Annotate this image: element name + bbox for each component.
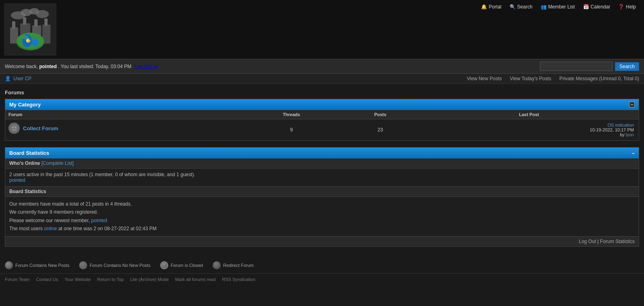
footer-links: Forum Team Contact Us Your Website Retur… (0, 273, 644, 285)
new-posts-icon (5, 261, 13, 269)
portal-link[interactable]: 🔔 Portal (481, 4, 501, 10)
footer-rss[interactable]: RSS Syndication (222, 277, 255, 282)
threads-cell: 9 (242, 119, 341, 141)
forum-name-link[interactable]: Collect Forum (23, 125, 58, 131)
new-posts-label: Forum Contains New Posts (15, 263, 69, 268)
online-word: online (44, 226, 57, 231)
stats-collapse-button[interactable]: – (632, 150, 635, 156)
category-title: My Category (9, 102, 41, 108)
board-stats-label: Board Statistics (5, 187, 639, 197)
search-nav-icon: 🔍 (510, 4, 516, 10)
category-box: My Category – Forum Threads Posts Last P… (5, 99, 639, 141)
forum-stats-link[interactable]: Forum Statistics (600, 239, 635, 244)
col-last-post: Last Post (419, 110, 639, 119)
stat-max-online: The most users online at one time was 2 … (9, 225, 635, 233)
legend-redirect: Redirect Forum (213, 261, 254, 269)
calendar-icon: 📅 (583, 4, 589, 10)
last-post-title-link[interactable]: OS indication (608, 123, 634, 127)
forum-table: Forum Threads Posts Last Post Collect Fo… (5, 110, 639, 140)
complete-list-link[interactable]: [Complete List] (42, 160, 74, 166)
top-navigation: 🔔 Portal 🔍 Search 👥 Member List 📅 Calend… (481, 4, 636, 10)
search-link[interactable]: 🔍 Search (510, 4, 533, 10)
legend-closed: Forum is Closed (160, 261, 203, 269)
site-logo (4, 3, 56, 56)
stat-newest: Please welcome our newest member, pointe… (9, 216, 635, 225)
footer-lite-mode[interactable]: Lite (Archive) Mode (130, 277, 169, 282)
svg-point-21 (12, 127, 14, 128)
svg-point-19 (29, 40, 30, 41)
legend: Forum Contains New Posts Forum Contains … (0, 257, 644, 273)
online-users-text: 2 users active in the past 15 minutes (1… (9, 172, 635, 177)
newest-member-link[interactable]: pointed (91, 218, 107, 223)
forum-status-icon (8, 123, 20, 134)
whos-online-bar: Who's Online [Complete List] (5, 158, 639, 169)
last-post-date: 10-19-2022, 10:17 PM (590, 127, 634, 132)
forums-section-title: Forums (5, 90, 639, 96)
online-users-area: 2 users active in the past 15 minutes (1… (5, 169, 639, 187)
view-todays-posts-link[interactable]: View Today's Posts (510, 76, 552, 81)
welcome-bar: Welcome back, pointed . You last visited… (0, 59, 644, 74)
private-messages-link[interactable]: Private Messages (Unread 0, Total 0) (559, 76, 639, 81)
svg-rect-9 (12, 21, 15, 29)
last-post-cell: OS indication 10-19-2022, 10:17 PM by ly… (419, 119, 639, 141)
col-posts: Posts (341, 110, 419, 119)
col-forum: Forum (5, 110, 242, 119)
table-row: Collect Forum 9 23 OS indication 10-19-2… (5, 119, 639, 141)
col-threads: Threads (242, 110, 341, 119)
posts-cell: 23 (341, 119, 419, 141)
svg-rect-12 (44, 19, 48, 26)
board-statistics-title: Board Statistics (9, 150, 49, 156)
user-cp-link[interactable]: User CP (13, 76, 31, 81)
help-link[interactable]: ❓ Help (618, 4, 636, 10)
footer-forum-team[interactable]: Forum Team (5, 277, 30, 282)
forum-cell: Collect Forum (5, 119, 242, 137)
memberlist-link[interactable]: 👥 Member List (541, 4, 575, 10)
main-content: Forums My Category – Forum Threads Posts… (0, 84, 644, 257)
footer-return-to-top[interactable]: Return to Top (97, 277, 124, 282)
no-new-posts-icon (79, 261, 87, 269)
stat-posts: Our members have made a total of 21 post… (9, 200, 635, 208)
bottom-right-bar: Log Out | Forum Statistics (5, 236, 639, 246)
legend-no-new-posts: Forum Contains No New Posts (79, 261, 151, 269)
footer-contact-us[interactable]: Contact Us (36, 277, 58, 282)
svg-point-22 (15, 127, 16, 128)
redirect-label: Redirect Forum (223, 263, 254, 268)
closed-label: Forum is Closed (171, 263, 203, 268)
members-icon: 👥 (541, 4, 547, 10)
bell-icon: 🔔 (481, 4, 487, 10)
redirect-forum-icon (213, 261, 221, 269)
user-icon: 👤 (5, 76, 11, 81)
legend-new-posts: Forum Contains New Posts (5, 261, 69, 269)
user-bar: 👤 User CP View New Posts View Today's Po… (0, 74, 644, 84)
welcome-text: Welcome back, pointed . You last visited… (5, 64, 132, 69)
board-stats-content: Our members have made a total of 21 post… (5, 197, 639, 236)
help-icon: ❓ (618, 4, 624, 10)
last-post-user-link[interactable]: lyon (626, 132, 634, 137)
arrow-icon: ➜ (153, 64, 157, 69)
svg-rect-11 (34, 19, 38, 27)
board-statistics-header: Board Statistics – (5, 148, 639, 158)
calendar-link[interactable]: 📅 Calendar (583, 4, 611, 10)
svg-point-20 (10, 125, 18, 132)
svg-point-16 (32, 38, 38, 46)
category-header: My Category – (5, 99, 639, 110)
stat-members: We currently have 9 members registered. (9, 208, 635, 216)
footer-your-website[interactable]: Your Website (65, 277, 91, 282)
board-statistics-box: Board Statistics – Who's Online [Complet… (5, 147, 639, 247)
search-input[interactable] (540, 62, 613, 71)
category-collapse-button[interactable]: – (629, 102, 635, 108)
username: pointed (39, 64, 56, 69)
svg-point-4 (29, 8, 39, 15)
closed-forum-icon (160, 261, 168, 269)
whos-online-label: Who's Online (9, 160, 40, 166)
footer-mark-read[interactable]: Mark all forums read (175, 277, 215, 282)
search-button[interactable]: Search (615, 62, 639, 71)
online-user-link[interactable]: pointed (9, 177, 25, 183)
svg-rect-10 (23, 17, 26, 25)
last-post-by-text: by (620, 132, 626, 137)
logout-link-top[interactable]: Log Out ➜ (135, 64, 157, 69)
logout-link-bottom[interactable]: Log Out (579, 239, 596, 244)
view-new-posts-link[interactable]: View New Posts (467, 76, 502, 81)
no-new-posts-label: Forum Contains No New Posts (90, 263, 151, 268)
